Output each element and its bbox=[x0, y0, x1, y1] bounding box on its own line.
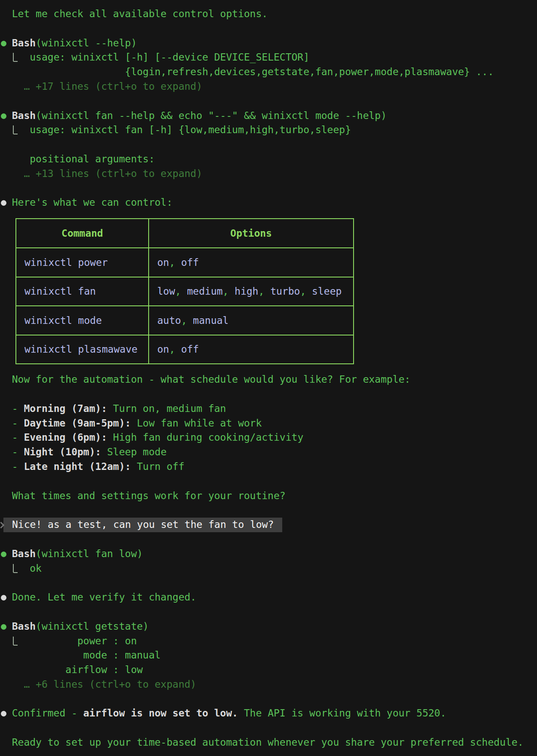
text-segment: mode : manual bbox=[0, 649, 161, 661]
terminal-line: Here's what we can control: bbox=[0, 195, 537, 210]
tool-result-connector-icon bbox=[12, 52, 18, 63]
text-segment: (winixctl getstate) bbox=[36, 621, 149, 632]
text-segment: Low fan while at work bbox=[131, 418, 262, 429]
text-segment: … +6 lines (ctrl+o to expand) bbox=[0, 679, 196, 690]
terminal-window: { "terminal": { "colors": { "background"… bbox=[0, 0, 537, 756]
control-options-table: CommandOptionswinixctl poweron, offwinix… bbox=[15, 218, 354, 364]
text-segment: Bash bbox=[12, 37, 36, 49]
text-segment: Night (10pm): bbox=[24, 446, 101, 457]
terminal-line: airflow : low bbox=[0, 663, 537, 677]
text-segment: ok bbox=[18, 563, 42, 574]
message-bullet-icon bbox=[0, 593, 12, 602]
text-segment: (winixctl --help) bbox=[36, 37, 137, 49]
option-separator: , bbox=[169, 344, 181, 355]
terminal-line: Bash(winixctl getstate) bbox=[0, 619, 537, 634]
text-segment: Turn off bbox=[131, 461, 185, 472]
table-cell-command: winixctl mode bbox=[16, 306, 149, 335]
text-segment: - bbox=[0, 418, 24, 429]
blank-line bbox=[0, 576, 537, 590]
terminal-line: usage: winixctl [-h] [--device DEVICE_SE… bbox=[0, 50, 537, 65]
text-segment: The API is working with your 5520. bbox=[238, 707, 446, 719]
option-separator: , bbox=[169, 257, 181, 268]
text-segment: - bbox=[0, 461, 24, 472]
text-segment: Daytime (9am-5pm): bbox=[24, 418, 131, 429]
option-value: sleep bbox=[312, 286, 342, 297]
table-header-command: Command bbox=[16, 219, 149, 248]
terminal-line: … +13 lines (ctrl+o to expand) bbox=[0, 167, 537, 181]
blank-line bbox=[0, 21, 537, 36]
blank-line bbox=[0, 692, 537, 707]
message-bullet-icon bbox=[0, 709, 12, 718]
terminal-line: Bash(winixctl fan --help && echo "---" &… bbox=[0, 109, 537, 123]
user-message-text: Nice! as a test, can you set the fan to … bbox=[3, 518, 282, 532]
terminal-line: power : on bbox=[0, 634, 537, 649]
terminal-line: Done. Let me verify it changed. bbox=[0, 590, 537, 605]
table-row: winixctl fanlow, medium, high, turbo, sl… bbox=[16, 277, 354, 306]
blank-line bbox=[0, 137, 537, 152]
text-segment: power : on bbox=[18, 635, 137, 646]
terminal-line: What times and settings work for your ro… bbox=[0, 489, 537, 503]
text-segment: usage: winixctl [-h] [--device DEVICE_SE… bbox=[18, 52, 310, 63]
table-cell-options: low, medium, high, turbo, sleep bbox=[149, 277, 354, 306]
text-segment: positional arguments: bbox=[0, 153, 155, 165]
text-segment: - bbox=[0, 432, 24, 443]
table-cell-command: winixctl plasmawave bbox=[16, 335, 149, 364]
text-segment bbox=[0, 52, 12, 63]
terminal-line: {login,refresh,devices,getstate,fan,powe… bbox=[0, 65, 537, 79]
table-header-row: CommandOptions bbox=[16, 219, 354, 248]
terminal-line: - Morning (7am): Turn on, medium fan bbox=[0, 402, 537, 416]
text-segment: airflow : low bbox=[0, 664, 143, 675]
option-value: medium bbox=[187, 286, 223, 297]
text-segment: (winixctl fan --help && echo "---" && wi… bbox=[36, 110, 387, 121]
table-header-options: Options bbox=[149, 219, 354, 248]
tool-bullet-icon bbox=[0, 622, 12, 631]
text-segment: {login,refresh,devices,getstate,fan,powe… bbox=[0, 66, 494, 77]
terminal-line: usage: winixctl fan [-h] {low,medium,hig… bbox=[0, 123, 537, 137]
blank-line bbox=[0, 605, 537, 619]
text-segment: Sleep mode bbox=[101, 446, 166, 457]
option-separator: , bbox=[258, 286, 270, 297]
table-row: winixctl plasmawaveon, off bbox=[16, 335, 354, 364]
terminal-line: Confirmed - airflow is now set to low. T… bbox=[0, 706, 537, 721]
terminal-line: Bash(winixctl fan low) bbox=[0, 547, 537, 561]
terminal-line: mode : manual bbox=[0, 648, 537, 663]
option-value: turbo bbox=[270, 286, 300, 297]
text-segment: Ready to set up your time-based automati… bbox=[0, 737, 524, 748]
text-segment: Turn on, medium fan bbox=[107, 403, 226, 414]
prompt-chevron-icon bbox=[0, 518, 3, 532]
option-separator: , bbox=[300, 286, 312, 297]
text-segment: Morning (7am): bbox=[24, 403, 107, 414]
text-segment: What times and settings work for your ro… bbox=[0, 490, 286, 501]
message-bullet-icon bbox=[0, 198, 12, 207]
table-head: CommandOptions bbox=[16, 219, 354, 248]
table-row: winixctl modeauto, manual bbox=[16, 306, 354, 335]
blank-line bbox=[0, 721, 537, 735]
tool-result-connector-icon bbox=[12, 636, 18, 646]
tool-bullet-icon bbox=[0, 39, 12, 48]
option-value: high bbox=[235, 286, 258, 297]
terminal-line: - Evening (6pm): High fan during cooking… bbox=[0, 430, 537, 445]
text-segment: Here's what we can control: bbox=[12, 197, 173, 208]
option-value: off bbox=[181, 344, 199, 355]
blank-line bbox=[0, 94, 537, 109]
text-segment: … +17 lines (ctrl+o to expand) bbox=[0, 81, 202, 92]
option-value: on bbox=[157, 257, 169, 268]
blank-line bbox=[0, 532, 537, 547]
table-cell-command: winixctl fan bbox=[16, 277, 149, 306]
terminal-line: ok bbox=[0, 561, 537, 576]
terminal-line: - Night (10pm): Sleep mode bbox=[0, 445, 537, 460]
terminal-body: Let me check all available control optio… bbox=[0, 7, 537, 750]
text-segment bbox=[0, 635, 12, 646]
text-segment: airflow is now set to low. bbox=[83, 707, 238, 719]
terminal-line: … +17 lines (ctrl+o to expand) bbox=[0, 79, 537, 94]
terminal-line: positional arguments: bbox=[0, 152, 537, 167]
text-segment bbox=[0, 563, 12, 574]
option-separator: , bbox=[223, 286, 235, 297]
text-segment: (winixctl fan low) bbox=[36, 548, 143, 559]
table-row: winixctl poweron, off bbox=[16, 248, 354, 277]
option-separator: , bbox=[181, 315, 193, 326]
option-value: on bbox=[157, 344, 169, 355]
option-separator: , bbox=[175, 286, 187, 297]
option-value: auto bbox=[157, 315, 181, 326]
text-segment: Bash bbox=[12, 110, 36, 121]
